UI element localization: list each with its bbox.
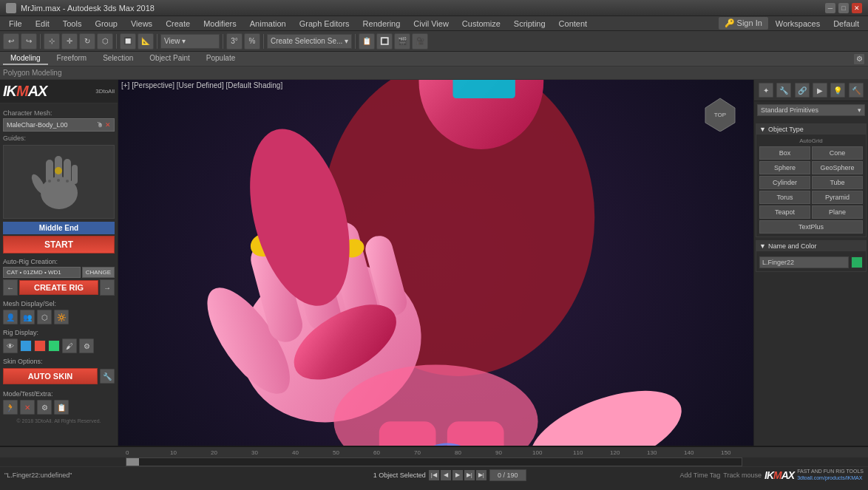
close-button[interactable]: ✕ (852, 3, 862, 13)
rig-paint-icon[interactable]: 🖌 (62, 338, 77, 353)
menu-animation[interactable]: Animation (244, 18, 292, 30)
layer2-button[interactable]: 🔳 (376, 33, 393, 50)
mesh-icon-a[interactable]: 👤 (3, 310, 18, 324)
menu-customize[interactable]: Customize (456, 18, 506, 30)
maximize-button[interactable]: □ (838, 3, 849, 13)
scale-button[interactable]: ⬡ (97, 33, 113, 50)
play-button[interactable]: ▶ (452, 470, 463, 480)
right-modify-icon[interactable]: 🔧 (776, 83, 791, 98)
transform-button[interactable]: % (244, 33, 260, 50)
rig-settings-icon[interactable]: ⚙ (79, 338, 94, 353)
mesh-icon-b[interactable]: 👥 (20, 310, 35, 324)
create-rig-button[interactable]: CREATE RIG (19, 280, 98, 295)
render-button[interactable]: 🎬 (394, 33, 410, 50)
menu-content[interactable]: Content (553, 18, 594, 30)
play-end-button[interactable]: ▶| (476, 470, 486, 480)
primitives-dropdown[interactable]: Standard Primitives ▾ (757, 104, 865, 116)
name-input-field[interactable] (759, 256, 849, 268)
timeline-track[interactable] (126, 457, 742, 466)
rig-eye-icon[interactable]: 👁 (3, 338, 18, 353)
tab-populate[interactable]: Populate (199, 52, 243, 65)
menu-modifiers[interactable]: Modifiers (197, 18, 243, 30)
toolbar-separator-4 (223, 34, 223, 49)
frame-counter[interactable]: 0 / 190 (489, 469, 526, 481)
menu-create[interactable]: Create (160, 18, 196, 30)
mesh-icon-d[interactable]: 🔆 (54, 310, 69, 324)
mode-icon-1[interactable]: 🏃 (3, 400, 18, 415)
tab-options-button[interactable]: ⚙ (853, 53, 865, 65)
rig-back-button[interactable]: ← (3, 279, 18, 296)
menu-group[interactable]: Group (89, 18, 123, 30)
prim-box[interactable]: Box (759, 146, 810, 160)
prim-cone[interactable]: Cone (812, 146, 863, 160)
right-display-icon[interactable]: 💡 (830, 83, 845, 98)
selection-set-dropdown[interactable]: Create Selection Se... ▾ (267, 34, 352, 49)
middle-end-button[interactable]: Middle End (3, 222, 115, 234)
sign-in-button[interactable]: 🔑 Sign In (719, 17, 768, 30)
view-dropdown[interactable]: View ▾ (160, 34, 220, 49)
menu-scripting[interactable]: Scripting (508, 18, 552, 30)
rig-color-3[interactable] (48, 340, 60, 352)
play-start-button[interactable]: |◀ (429, 470, 439, 480)
object-type-header[interactable]: ▼ Object Type (756, 124, 866, 135)
rig-color-2[interactable] (34, 340, 46, 352)
name-color-section: ▼ Name and Color (756, 240, 867, 272)
menu-tools[interactable]: Tools (57, 18, 88, 30)
char-mesh-dropdown[interactable]: MaleChar-Body_L00 🖱 ✕ (3, 118, 115, 132)
rotate-button[interactable]: ↻ (79, 33, 95, 50)
add-time-tag[interactable]: Add Time Tag (679, 472, 720, 479)
rig-forward-button[interactable]: → (100, 279, 115, 296)
snap-button[interactable]: 🔲 (120, 33, 136, 50)
next-frame-button[interactable]: ▶| (464, 470, 475, 480)
auto-skin-button[interactable]: AUTO SKIN (3, 368, 98, 384)
menu-views[interactable]: Views (125, 18, 158, 30)
prim-torus[interactable]: Torus (759, 191, 810, 204)
prim-geosphere[interactable]: GeoSphere (812, 161, 863, 174)
select-button[interactable]: ⊹ (44, 33, 60, 50)
menu-edit[interactable]: Edit (30, 18, 55, 30)
mode-icon-3[interactable]: ⚙ (37, 400, 52, 415)
tab-freeform[interactable]: Freeform (50, 52, 95, 65)
snap2-button[interactable]: 📐 (138, 33, 154, 50)
start-button[interactable]: START (3, 236, 115, 253)
percent-button[interactable]: 3° (226, 33, 243, 50)
prev-frame-button[interactable]: ◀ (441, 470, 451, 480)
prim-teapot[interactable]: Teapot (759, 205, 810, 219)
redo-button[interactable]: ↪ (21, 33, 37, 50)
right-motion-icon[interactable]: ▶ (813, 83, 827, 98)
viewport-nav-cube[interactable]: TOP (702, 95, 739, 132)
rig-color-1[interactable] (20, 340, 32, 352)
prim-tube[interactable]: Tube (812, 176, 863, 189)
menu-civil-view[interactable]: Civil View (407, 18, 454, 30)
render2-button[interactable]: 🎥 (412, 33, 428, 50)
mode-icon-4[interactable]: 📋 (54, 400, 69, 415)
mode-icon-2[interactable]: ✕ (20, 400, 35, 415)
right-utility-icon[interactable]: 🔨 (849, 83, 864, 98)
prim-cylinder[interactable]: Cylinder (759, 176, 810, 189)
color-swatch[interactable] (851, 256, 863, 268)
prim-sphere[interactable]: Sphere (759, 161, 810, 174)
undo-button[interactable]: ↩ (3, 33, 19, 50)
prim-textplus[interactable]: TextPlus (759, 220, 863, 234)
layer-button[interactable]: 📋 (359, 33, 375, 50)
prim-pyramid[interactable]: Pyramid (812, 191, 863, 204)
tab-object-paint[interactable]: Object Paint (142, 52, 197, 65)
minimize-button[interactable]: ─ (825, 3, 835, 13)
rig-preset-field[interactable]: CAT • 01ZMD • WD1 (3, 267, 81, 278)
move-button[interactable]: ✛ (61, 33, 78, 50)
prim-plane[interactable]: Plane (812, 205, 863, 219)
workspace-value[interactable]: Default (827, 18, 865, 30)
menu-graph-editors[interactable]: Graph Editors (294, 18, 356, 30)
mesh-icon-1[interactable]: 🖱 (97, 121, 104, 129)
right-hierarchy-icon[interactable]: 🔗 (795, 83, 810, 98)
change-button[interactable]: CHANGE (82, 267, 115, 278)
name-color-header[interactable]: ▼ Name and Color (756, 241, 866, 251)
mesh-icon-2[interactable]: ✕ (105, 121, 111, 129)
mesh-icon-c[interactable]: ⬡ (37, 310, 52, 324)
tab-modeling[interactable]: Modeling (3, 52, 48, 65)
menu-file[interactable]: File (3, 18, 28, 30)
tab-selection[interactable]: Selection (95, 52, 140, 65)
menu-rendering[interactable]: Rendering (357, 18, 407, 30)
skin-wrench-icon[interactable]: 🔧 (100, 369, 115, 384)
right-create-icon[interactable]: ✦ (759, 83, 773, 98)
